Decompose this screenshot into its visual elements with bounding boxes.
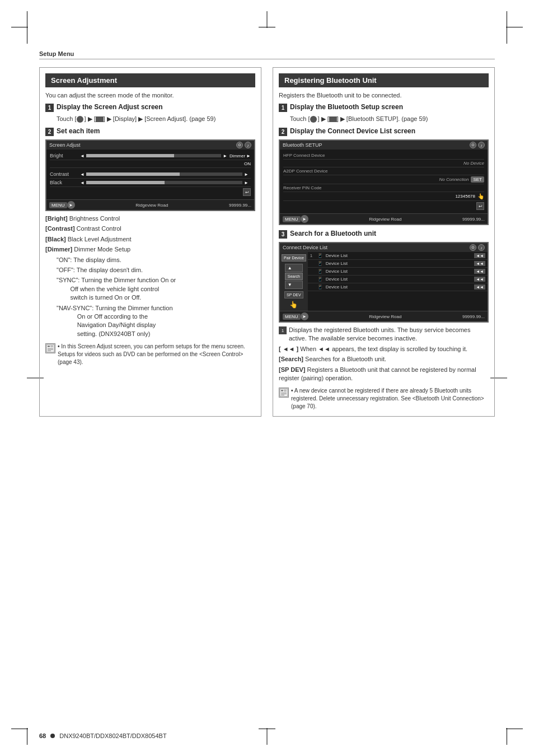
screen-title-text: Screen Adjust bbox=[49, 142, 81, 148]
note-box-left: • In this Screen Adjust screen, you can … bbox=[45, 343, 255, 366]
down-button[interactable]: ▼ bbox=[285, 281, 303, 289]
device-text-2: Device List bbox=[326, 261, 472, 266]
device-connect-btn-1[interactable]: ◄◄ bbox=[474, 253, 485, 258]
pair-device-label: Pair Device bbox=[282, 254, 306, 262]
device-connect-btn-5[interactable]: ◄◄ bbox=[474, 284, 485, 290]
up-button[interactable]: ▲ bbox=[285, 264, 303, 272]
device-connect-btn-3[interactable]: ◄◄ bbox=[474, 269, 485, 274]
a2dp-value-row: No Connection SET bbox=[283, 175, 484, 184]
device-connect-btn-4[interactable]: ◄◄ bbox=[474, 277, 485, 282]
device-row-4: 📱 Device List ◄◄ bbox=[308, 276, 488, 283]
device-text-4: Device List bbox=[326, 277, 472, 282]
bt-return-icon: ↩ bbox=[476, 202, 484, 210]
desc-text-1: Displays the registered Bluetooth units.… bbox=[289, 326, 489, 343]
screen-adjust-mockup: Screen Adjust ⊙ ♪ Bright ◄ bbox=[45, 139, 255, 211]
connect-nav-arrow: ➤ bbox=[301, 312, 308, 320]
connect-device-screen: Connect Device List ⊙ ♪ Pair Device ▲ bbox=[279, 242, 489, 323]
black-fill bbox=[86, 181, 165, 184]
svg-rect-9 bbox=[284, 390, 287, 390]
desc-black: [Black] Black Level Adjustment bbox=[45, 235, 255, 244]
connect-title-bar: Connect Device List ⊙ ♪ bbox=[280, 243, 488, 252]
connect-screen-icons: ⊙ ♪ bbox=[470, 244, 485, 251]
desc-sync: "SYNC": Turning the Dimmer function On o… bbox=[57, 276, 255, 302]
crop-mark bbox=[506, 27, 523, 27]
price-text: 99999.99... bbox=[229, 203, 251, 208]
left-section-title: Screen Adjustment bbox=[45, 73, 255, 87]
dimmer-arrow: ► bbox=[246, 153, 251, 158]
pin-row: Receiver PIN Code bbox=[283, 184, 484, 192]
road-text: Ridgeview Road bbox=[75, 203, 229, 208]
phone-icon-3: 📱 bbox=[317, 269, 323, 274]
bottom-text: DNX9240BT/DDX8024BT/DDX8054BT bbox=[59, 732, 166, 739]
right-step3-number: 3 bbox=[279, 230, 287, 239]
bt-nav-arrow: ➤ bbox=[301, 215, 308, 223]
a2dp-row: A2DP Connect Device bbox=[283, 167, 484, 175]
crop-mark bbox=[11, 729, 28, 729]
step1-number: 1 bbox=[45, 104, 54, 112]
desc-dimmer: [Dimmer] Dimmer Mode Setup bbox=[45, 245, 255, 254]
right-step1-number: 1 bbox=[279, 104, 287, 112]
crop-mark bbox=[27, 728, 27, 745]
step2-title: Set each item bbox=[57, 127, 100, 135]
phone-icon-2: 📱 bbox=[317, 261, 323, 266]
contrast-label: Contrast bbox=[50, 171, 78, 177]
right-desc-1: 1 Displays the registered Bluetooth unit… bbox=[279, 326, 489, 343]
desc-items: [Bright] Brightness Control [Contrast] C… bbox=[45, 214, 255, 338]
bt-title-bar: Bluetooth SETUP ⊙ ♪ bbox=[280, 141, 488, 150]
key-dimmer: [Dimmer] bbox=[45, 246, 72, 253]
crop-mark bbox=[507, 27, 507, 44]
device-text-1: Device List bbox=[326, 253, 472, 258]
on-value: ON bbox=[240, 161, 251, 166]
screen-icon-2: ♪ bbox=[245, 142, 251, 148]
note-text-left: • In this Screen Adjust screen, you can … bbox=[58, 343, 255, 366]
connect-icon-1: ⊙ bbox=[470, 244, 476, 251]
bt-screen-body: HFP Connect Device No Device A2DP Connec… bbox=[280, 150, 488, 213]
left-arrow-2: ◄ bbox=[80, 172, 85, 177]
step1-body: Touch [] ▶ [] ▶ [Display] ▶ [Screen Adju… bbox=[57, 115, 255, 123]
device-connect-btn-2[interactable]: ◄◄ bbox=[474, 261, 485, 266]
right-step3-title: Search for a Bluetooth unit bbox=[290, 230, 376, 237]
device-text-5: Device List bbox=[326, 284, 472, 290]
svg-rect-8 bbox=[281, 390, 283, 391]
right-arrow-3: ► bbox=[244, 180, 249, 185]
bt-title-text: Bluetooth SETUP bbox=[283, 142, 322, 148]
crop-mark bbox=[11, 27, 28, 27]
connect-title-text: Connect Device List bbox=[283, 245, 327, 250]
connect-screen-footer: MENU ➤ Ridgeview Road 99999.99... bbox=[280, 311, 488, 321]
return-area: ↩ bbox=[50, 187, 251, 197]
right-arrow-2: ► bbox=[244, 172, 249, 177]
step2-number: 2 bbox=[45, 128, 54, 136]
set-button[interactable]: SET bbox=[471, 176, 484, 183]
desc-nav-sync: "NAV-SYNC": Turning the Dimmer function … bbox=[57, 304, 255, 339]
screen-body: Bright ◄ ► Dimmer ► bbox=[46, 150, 254, 199]
black-row: Black ◄ ► bbox=[50, 179, 251, 187]
desc-on: "ON": The display dims. bbox=[57, 256, 255, 264]
home-icon bbox=[77, 116, 83, 123]
right-step1-body: Touch [] ▶ [] ▶ [Bluetooth SETUP]. (page… bbox=[290, 115, 489, 123]
right-arrow: ► bbox=[223, 153, 227, 158]
main-content: Screen Adjustment You can adjust the scr… bbox=[39, 62, 495, 711]
contrast-track bbox=[86, 172, 242, 176]
left-section-desc: You can adjust the screen mode of the mo… bbox=[45, 92, 255, 99]
right-desc-2: [ ◄◄ ] When ◄◄ appears, the text display… bbox=[279, 345, 489, 353]
right-step1-title: Display the Bluetooth Setup screen bbox=[290, 103, 403, 111]
device-row-1: 1 📱 Device List ◄◄ bbox=[308, 252, 488, 260]
on-row: ON bbox=[50, 160, 251, 168]
phone-icon-4: 📱 bbox=[317, 277, 323, 282]
phone-icon: 📱 bbox=[317, 253, 323, 258]
slider-track bbox=[86, 154, 221, 157]
hand-icon: 👆 bbox=[477, 193, 484, 199]
right-step2-number: 2 bbox=[279, 128, 287, 136]
connect-road-text: Ridgeview Road bbox=[308, 314, 462, 319]
connect-price-text: 99999.99... bbox=[462, 314, 485, 319]
bright-label: Bright bbox=[50, 153, 78, 158]
right-step3-heading: 3 Search for a Bluetooth unit bbox=[279, 230, 489, 239]
screen-icons: ⊙ ♪ bbox=[236, 142, 251, 148]
search-button[interactable]: Search bbox=[285, 273, 303, 280]
right-step2-title: Display the Connect Device List screen bbox=[290, 127, 415, 135]
svg-rect-13 bbox=[281, 395, 284, 395]
device-num-1: 1 bbox=[310, 253, 316, 258]
sp-dev-button[interactable]: SP DEV bbox=[284, 291, 303, 298]
left-arrow: ◄ bbox=[80, 153, 85, 158]
crop-mark bbox=[507, 11, 507, 28]
